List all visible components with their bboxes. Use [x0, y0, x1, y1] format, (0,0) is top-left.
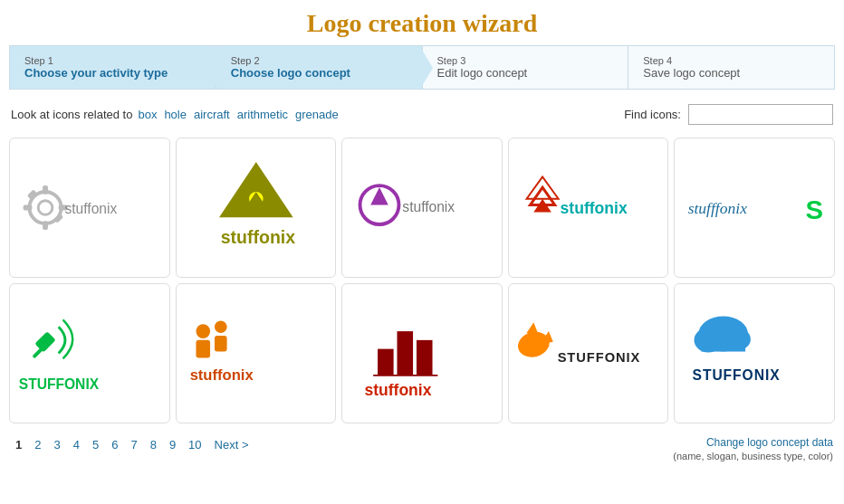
svg-text:STUFFONIX: STUFFONIX — [19, 376, 100, 392]
filter-tag-box[interactable]: box — [138, 108, 157, 121]
svg-rect-27 — [215, 336, 227, 352]
filter-label: Look at icons related to — [11, 108, 132, 121]
page-8[interactable]: 8 — [146, 436, 161, 453]
step-4-num: Step 4 — [643, 55, 820, 66]
step-3-label: Edit logo concept — [437, 66, 614, 80]
page-4[interactable]: 4 — [69, 436, 84, 453]
svg-rect-2 — [43, 185, 48, 195]
page-10[interactable]: 10 — [184, 436, 206, 453]
svg-text:STUFFONIX: STUFFONIX — [557, 350, 640, 365]
logo-card-4[interactable]: stuffonix — [508, 138, 669, 278]
page-3[interactable]: 3 — [49, 436, 64, 453]
logo-card-3[interactable]: stuffonix — [341, 138, 503, 278]
svg-rect-29 — [378, 349, 394, 376]
svg-rect-30 — [398, 331, 414, 376]
filter-tag-aircraft[interactable]: aircraft — [194, 108, 230, 121]
page-2[interactable]: 2 — [30, 436, 45, 453]
svg-text:S: S — [806, 195, 824, 224]
step-3[interactable]: Step 3 Edit logo concept — [423, 46, 629, 89]
svg-marker-9 — [220, 164, 291, 217]
step-2[interactable]: Step 2 Choose logo concept — [216, 46, 423, 89]
step-1-num: Step 1 — [24, 55, 201, 66]
svg-rect-6 — [27, 189, 37, 199]
svg-text:stufffonix: stufffonix — [688, 199, 748, 217]
svg-rect-3 — [43, 221, 48, 230]
svg-rect-41 — [702, 336, 746, 352]
svg-text:stuffonix: stuffonix — [220, 227, 294, 247]
svg-rect-22 — [34, 331, 55, 352]
step-2-label: Choose logo concept — [231, 66, 408, 80]
step-1-label: Choose your activity type — [24, 66, 201, 80]
step-3-num: Step 3 — [437, 55, 614, 66]
bottom-bar: 1 2 3 4 5 6 7 8 9 10 Next > Change logo … — [0, 423, 844, 470]
logo-card-10[interactable]: STUFFONIX — [674, 283, 835, 423]
app-title: Logo creation wizard — [0, 0, 844, 45]
svg-text:stuffonix: stuffonix — [560, 199, 627, 217]
pagination: 1 2 3 4 5 6 7 8 9 10 Next > — [0, 427, 264, 462]
svg-rect-31 — [417, 340, 433, 376]
page-7[interactable]: 7 — [126, 436, 141, 453]
svg-point-26 — [215, 320, 227, 333]
change-concept-link[interactable]: Change logo concept data — [706, 436, 833, 449]
step-2-num: Step 2 — [231, 55, 408, 66]
svg-rect-4 — [24, 205, 33, 211]
logo-card-2[interactable]: stuffonix — [176, 138, 337, 278]
step-4-label: Save logo concept — [643, 66, 820, 80]
page-1[interactable]: 1 — [11, 436, 26, 453]
filter-tag-arithmetic[interactable]: arithmetic — [237, 108, 288, 121]
page-5[interactable]: 5 — [88, 436, 103, 453]
filter-bar: Look at icons related to box hole aircra… — [0, 99, 844, 130]
page-9[interactable]: 9 — [165, 436, 180, 453]
svg-text:stuffonix: stuffonix — [403, 199, 456, 214]
svg-point-24 — [196, 324, 210, 338]
svg-text:stuffonix: stuffonix — [365, 381, 432, 399]
wizard-steps: Step 1 Choose your activity type Step 2 … — [9, 45, 835, 90]
find-icons-label: Find icons: — [624, 108, 681, 121]
logo-card-8[interactable]: stuffonix — [341, 283, 503, 423]
logo-grid: stuffonix stuffonix stuffonix stuffonix — [0, 138, 844, 423]
svg-text:stuffonix: stuffonix — [64, 201, 117, 216]
step-4[interactable]: Step 4 Save logo concept — [628, 46, 834, 89]
logo-card-1[interactable]: stuffonix — [9, 138, 170, 278]
change-concept-sub: (name, slogan, business type, color) — [673, 451, 833, 461]
logo-card-9[interactable]: STUFFONIX — [508, 283, 669, 423]
svg-marker-13 — [370, 187, 388, 205]
svg-rect-25 — [196, 340, 210, 358]
page-next[interactable]: Next > — [210, 436, 254, 453]
filter-tag-grenade[interactable]: grenade — [295, 108, 339, 121]
page-6[interactable]: 6 — [107, 436, 122, 453]
logo-card-7[interactable]: stuffonix — [176, 283, 337, 423]
logo-card-6[interactable]: STUFFONIX — [9, 283, 170, 423]
svg-point-1 — [38, 201, 53, 215]
step-1[interactable]: Step 1 Choose your activity type — [10, 46, 216, 89]
svg-text:STUFFONIX: STUFFONIX — [693, 367, 781, 383]
find-icons-input[interactable] — [688, 104, 833, 125]
logo-card-5[interactable]: stufffonix S — [674, 138, 835, 278]
filter-tag-hole[interactable]: hole — [164, 108, 187, 121]
svg-text:stuffonix: stuffonix — [189, 366, 254, 384]
change-concept: Change logo concept data (name, slogan, … — [673, 435, 844, 462]
